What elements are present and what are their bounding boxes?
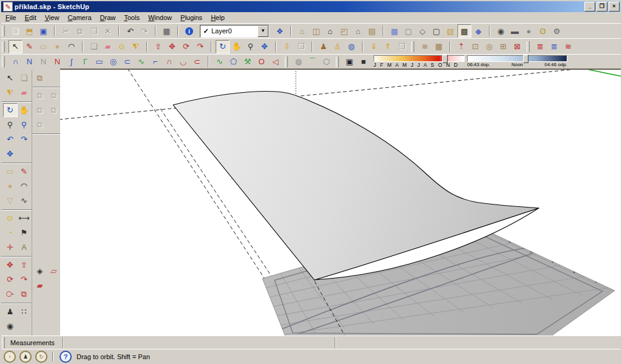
zoom-button[interactable]: ⚲ [3, 118, 18, 132]
style-wireframe-button[interactable]: ◇ [415, 24, 429, 38]
section-plane-button[interactable]: ▱ [47, 264, 61, 278]
loop-tool-button[interactable]: Ο [255, 55, 268, 69]
zoom-next-button[interactable]: ↷ [17, 132, 32, 146]
paint-bucket-button[interactable]: ⧨ [129, 40, 143, 53]
circle-button[interactable]: ● [50, 40, 64, 53]
component-box-button[interactable]: ❒ [395, 40, 409, 53]
look-around-button[interactable]: ◉ [3, 319, 18, 333]
restore-button[interactable]: ❐ [596, 2, 607, 12]
orbit-button[interactable]: ↻ [3, 103, 18, 117]
light-button[interactable]: ʘ [536, 24, 550, 38]
bezier-rect-button[interactable]: ▭ [92, 55, 106, 69]
style-back-edges-button[interactable]: ▢ [402, 24, 415, 38]
circle-button[interactable]: ● [3, 179, 18, 193]
menu-file[interactable]: File [1, 13, 21, 22]
push-pull-button[interactable]: ⇧ [17, 258, 32, 272]
section-cut-button[interactable]: ▰ [33, 278, 47, 292]
layers-red-button[interactable]: ≣ [533, 40, 547, 53]
get-current-view-button[interactable]: ♟ [316, 40, 330, 53]
handle-tool-button[interactable]: ⌒ [306, 55, 320, 69]
bezier-n3-button[interactable]: Ν [50, 55, 64, 69]
style-xray-button[interactable]: ▩ [388, 24, 402, 38]
toolbar-grip[interactable] [2, 41, 5, 52]
protractor-button[interactable]: ◔ [3, 226, 18, 240]
bezier-s-button[interactable]: ʃ [64, 55, 78, 69]
help-icon[interactable]: ? [60, 351, 72, 363]
settings-gear-button[interactable]: ⚙ [550, 24, 564, 38]
toolbar-grip[interactable] [2, 25, 5, 36]
toolbar-grip[interactable] [336, 56, 339, 67]
bezier-n2-button[interactable]: Ν [36, 55, 50, 69]
model-viewport[interactable] [60, 69, 621, 335]
layers-blue-button[interactable]: ≣ [547, 40, 561, 53]
geodesic-tool-button[interactable]: ⬡ [320, 55, 333, 69]
drape-button[interactable]: ◎ [482, 40, 496, 53]
view-iso-button[interactable]: ⌂ [295, 24, 309, 38]
scene-3-button[interactable]: ⧉ [33, 103, 47, 117]
style-shaded-textures-button[interactable]: ▩ [457, 24, 471, 38]
sign-in-icon[interactable]: ↻ [35, 351, 47, 363]
make-component-button[interactable]: ❏ [17, 71, 32, 85]
shadow-time-slider[interactable]: 06:43 dop. Noon 04:46 odp. [467, 55, 567, 68]
edit-wrench-button[interactable]: ⚒ [241, 55, 255, 69]
menu-view[interactable]: View [41, 13, 64, 22]
bezier-spiral-button[interactable]: ◎ [106, 55, 120, 69]
zoom-extents-button[interactable]: ✥ [258, 40, 272, 53]
move-button[interactable]: ✥ [165, 40, 179, 53]
stamp-button[interactable]: ⊡ [468, 40, 482, 53]
axes-button[interactable]: ✛ [3, 240, 18, 254]
rotate-button[interactable]: ⟳ [179, 40, 193, 53]
menu-draw[interactable]: Draw [96, 13, 120, 22]
google-earth-button[interactable]: ◍ [344, 40, 358, 53]
model-info-button[interactable]: i [182, 24, 196, 38]
arc-button[interactable]: ◠ [17, 179, 32, 193]
zoom-button[interactable]: ⚲ [244, 40, 258, 53]
toggle-terrain-button[interactable]: ♙ [330, 40, 344, 53]
view-back-button[interactable]: ⌂ [351, 24, 365, 38]
eraser-button[interactable]: ▰ [101, 40, 115, 53]
toolbar-grip[interactable] [527, 41, 530, 52]
time-slider-thumb[interactable] [523, 55, 528, 63]
line-button[interactable]: ✎ [17, 164, 32, 178]
offset-button[interactable]: ⧂ [3, 287, 18, 301]
freehand-button[interactable]: ∿ [17, 194, 32, 207]
pan-button[interactable]: ✋ [230, 40, 244, 53]
close-button[interactable]: × [609, 2, 620, 12]
polygon-button[interactable]: ▽ [3, 194, 18, 207]
3d-text-button[interactable]: A [17, 240, 32, 254]
zoom-extents-button[interactable]: ✥ [3, 147, 18, 161]
paste-button[interactable]: ❒ [87, 24, 101, 38]
push-pull-button[interactable]: ⇧ [151, 40, 165, 53]
toolbar-grip[interactable] [285, 56, 288, 67]
layer-manager-button[interactable]: ❖ [273, 24, 287, 38]
new-button[interactable]: ❑ [9, 24, 22, 38]
layer-combo[interactable]: ✓ Layer0 ▼ [200, 25, 269, 38]
intersect-button[interactable]: ⧉ [17, 287, 32, 301]
toolbar-grip[interactable] [411, 41, 414, 52]
layer-combo-arrow[interactable]: ▼ [258, 25, 268, 37]
animation-button[interactable]: ▬ [508, 24, 522, 38]
shadows-sphere-button[interactable]: ● [522, 24, 536, 38]
menu-window[interactable]: Window [144, 13, 176, 22]
flip-edge-button[interactable]: ⊠ [510, 40, 524, 53]
arc-button[interactable]: ◠ [64, 40, 78, 53]
tape-measure-button[interactable]: ⊙ [115, 40, 129, 53]
position-camera-button[interactable]: ◉ [494, 24, 508, 38]
undo-button[interactable]: ↶ [123, 24, 137, 38]
delete-button[interactable]: ✕ [101, 24, 115, 38]
scene-1-button[interactable]: ⧉ [33, 89, 47, 103]
walk-button[interactable]: ∷ [17, 305, 32, 318]
polygon-tool-button[interactable]: ⬠ [227, 55, 241, 69]
print-button[interactable]: ▦ [160, 24, 174, 38]
tape-measure-button[interactable]: ⊙ [3, 211, 18, 225]
scene-4-button[interactable]: ⧉ [47, 103, 61, 117]
arc-tool-button[interactable]: ∩ [9, 55, 22, 69]
line-button[interactable]: ✎ [22, 40, 36, 53]
view-right-button[interactable]: ◰ [337, 24, 351, 38]
make-component-button[interactable]: ❏ [87, 40, 101, 53]
scene-5-button[interactable]: ⧉ [33, 118, 47, 132]
claim-credit-icon[interactable]: ♟ [19, 351, 32, 363]
position-camera-button[interactable]: ♟ [3, 305, 18, 318]
text-button[interactable]: ⚑ [17, 226, 32, 240]
select-button[interactable]: ↖ [9, 40, 22, 53]
